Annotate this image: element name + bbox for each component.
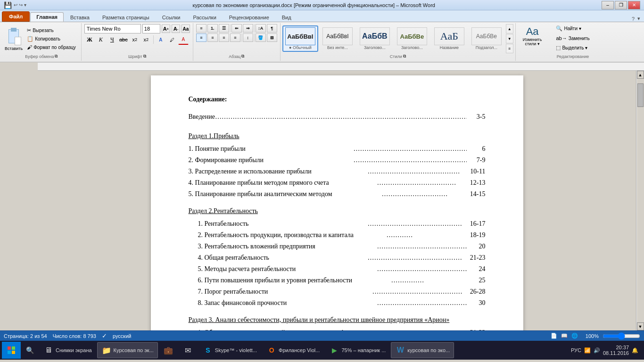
notifications-icon[interactable]: 🔔 (632, 347, 638, 354)
svg-rect-1 (12, 346, 15, 350)
borders-button[interactable]: ⊞ (267, 33, 277, 42)
taskbar-naparnick[interactable]: ▶ 75% – напарник ... (325, 342, 390, 358)
decrease-indent-button[interactable]: ⇐ (231, 24, 242, 33)
styles-more[interactable]: ≡ (506, 44, 513, 53)
align-center-button[interactable]: ≡ (207, 33, 218, 42)
style-subtitle[interactable]: АаБбВе Подзагол... (469, 25, 504, 52)
italic-button[interactable]: К (96, 34, 106, 45)
style-normal[interactable]: АаБбВвI ● Обычный (282, 25, 318, 52)
justify-button[interactable]: ≡ (230, 33, 240, 42)
paste-button[interactable]: Вставить (5, 26, 23, 51)
font-size-input[interactable] (142, 24, 160, 33)
style-heading1[interactable]: АаБбВ Заголово... (357, 25, 393, 52)
line-spacing-button[interactable]: ↕ (243, 33, 253, 42)
styles-scroll-up[interactable]: ▲ (506, 24, 513, 33)
clock[interactable]: 20:37 08.11.2016 (603, 345, 629, 356)
zoom-slider[interactable] (603, 333, 640, 339)
paste-label: Вставить (5, 46, 23, 51)
lang-indicator[interactable]: РУС (571, 347, 581, 353)
toc-1-4-page: 12-13 (462, 178, 486, 188)
skype-icon: S (203, 345, 213, 355)
tab-insert[interactable]: Вставка (64, 13, 96, 22)
taskbar-mail[interactable]: ✉ (179, 342, 198, 358)
select-button[interactable]: ⬚ Выделить ▾ (552, 43, 594, 52)
toc-1-2-dots: ……………………………………………………………………… (354, 155, 467, 165)
styles-scroll-down[interactable]: ▼ (506, 34, 513, 43)
vertical-scrollbar[interactable]: ▲ ▼ (636, 71, 644, 330)
tab-review[interactable]: Рецензирование (223, 13, 275, 22)
change-styles-button[interactable]: Aa Изменить стили ▾ (519, 24, 546, 48)
taskbar-search[interactable]: 🔍 (22, 342, 38, 358)
increase-indent-button[interactable]: ⇒ (243, 24, 253, 33)
tab-home[interactable]: Главная (30, 12, 64, 22)
font-size-increase-button[interactable]: A+ (162, 25, 170, 33)
clear-format-button[interactable]: Aa (182, 25, 190, 33)
taskbar-briefcase[interactable]: 💼 (159, 342, 178, 358)
style-heading2-preview: АаБбВе (400, 33, 424, 40)
view-web-icon[interactable]: 🌐 (571, 333, 578, 339)
font-expand-icon[interactable]: ⧉ (143, 54, 146, 59)
paragraph-expand-icon[interactable]: ⧉ (241, 54, 244, 59)
doc-container[interactable]: Содержание: Введение …………………………………………………… (38, 71, 636, 330)
replace-label: Заменить (569, 36, 590, 41)
numbering-button[interactable]: 1. (207, 24, 218, 33)
tab-view[interactable]: Вид (276, 13, 297, 22)
window-controls[interactable]: – ❐ ✕ (602, 1, 640, 9)
taskbar-word[interactable]: W курсовая по эко... (391, 342, 454, 358)
subscript-button[interactable]: x2 (130, 34, 140, 45)
font-name-input[interactable] (84, 24, 141, 33)
copy-button[interactable]: 📋 Копировать (25, 35, 78, 43)
scroll-track[interactable] (637, 79, 644, 322)
sort-button[interactable]: ↕A (256, 24, 266, 33)
scroll-up-button[interactable]: ▲ (637, 71, 644, 79)
style-heading1-label: Заголово... (364, 45, 386, 50)
clipboard-expand-icon[interactable]: ⧉ (55, 54, 58, 59)
show-formatting-button[interactable]: ¶ (267, 24, 277, 33)
scroll-thumb[interactable] (637, 83, 644, 107)
restore-button[interactable]: ❐ (615, 1, 627, 9)
style-no-spacing[interactable]: АаБбВвI Без инте... (320, 25, 355, 52)
view-print-icon[interactable]: 📄 (551, 333, 557, 339)
scroll-down-button[interactable]: ▼ (637, 322, 644, 330)
close-button[interactable]: ✕ (628, 1, 640, 9)
text-highlight-button[interactable]: 🖊 (167, 34, 177, 45)
underline-button[interactable]: Ч (107, 34, 117, 45)
text-effects-button[interactable]: A (156, 34, 166, 45)
tab-file[interactable]: Файл (2, 11, 30, 22)
paragraph-group: ≡ 1. ☰ ⇐ ⇒ ↕A ¶ ≡ ≡ ≡ ≡ ↕ (193, 23, 281, 61)
minimize-button[interactable]: – (602, 1, 614, 9)
view-reading-icon[interactable]: 📖 (561, 333, 568, 339)
font-divider (153, 35, 154, 44)
format-painter-button[interactable]: 🖌 Формат по образцу (25, 43, 78, 51)
align-left-button[interactable]: ≡ (196, 33, 206, 42)
taskbar-coursework-folder[interactable]: 📁 Курсовая по эк... (97, 342, 158, 358)
bold-button[interactable]: Ж (84, 34, 95, 45)
start-button[interactable] (2, 342, 21, 359)
tab-layout[interactable]: Разметка страницы (96, 13, 156, 22)
ribbon-minimize-icon[interactable]: ▾ (637, 16, 640, 22)
taskbar-freelancer[interactable]: O Фрилансер Viol... (262, 342, 324, 358)
help-icon[interactable]: ? (632, 16, 635, 22)
align-right-button[interactable]: ≡ (219, 33, 229, 42)
replace-button[interactable]: ab→ Заменить (552, 34, 594, 42)
spell-check-icon[interactable]: ✓ (102, 332, 107, 339)
document-page[interactable]: Содержание: Введение …………………………………………………… (151, 75, 523, 330)
folder-icon: 📁 (101, 345, 112, 355)
style-title[interactable]: АаБ Название (431, 25, 467, 52)
taskbar-screenshots[interactable]: 🖥 Снимки экрана (39, 342, 96, 358)
tab-references[interactable]: Ссылки (156, 13, 187, 22)
taskbar-skype[interactable]: S Skype™ - violett... (198, 342, 261, 358)
bullets-button[interactable]: ≡ (196, 24, 206, 33)
find-button[interactable]: 🔍 Найти ▾ (552, 24, 594, 33)
style-heading2[interactable]: АаБбВе Заголово... (394, 25, 430, 52)
strikethrough-button[interactable]: abc (118, 34, 129, 45)
superscript-button[interactable]: x2 (141, 34, 151, 45)
styles-expand-icon[interactable]: ⧉ (403, 54, 406, 59)
multilevel-list-button[interactable]: ☰ (219, 24, 229, 33)
shading-button[interactable]: 🪣 (256, 33, 266, 42)
cut-button[interactable]: ✂ Вырезать (25, 26, 78, 34)
tab-mailings[interactable]: Рассылки (187, 13, 222, 22)
style-heading1-preview: АаБбВ (362, 32, 388, 41)
font-color-button[interactable]: A (178, 34, 189, 45)
font-size-decrease-button[interactable]: A- (172, 25, 180, 33)
